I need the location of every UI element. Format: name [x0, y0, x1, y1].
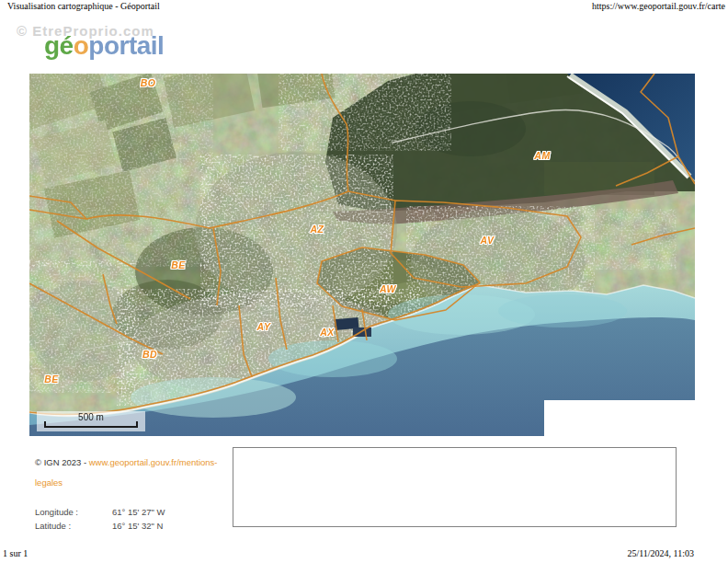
logo-part-geo: gé [44, 31, 74, 60]
map-cutout [544, 400, 695, 436]
aerial-imagery [29, 74, 695, 436]
parcel-label: AZ [311, 224, 324, 235]
parcel-label: BO [141, 77, 156, 88]
aerial-map: BO AM AZ AV BE AW AY AX BD BE 500 m [29, 74, 695, 436]
longitude-row: Longitude : 61° 15' 27" W [35, 505, 165, 519]
legend-box [233, 447, 677, 527]
geoportail-logo: géoportail [44, 31, 164, 61]
print-footer-datetime: 25/11/2024, 11:03 [627, 548, 694, 558]
scale-bar-line [44, 421, 138, 428]
scale-bar: 500 m [37, 411, 145, 431]
longitude-label: Longitude : [35, 505, 112, 519]
parcel-label: BE [171, 259, 186, 270]
longitude-value: 61° 15' 27" W [112, 505, 165, 519]
parcel-label: AV [481, 235, 495, 246]
latitude-label: Latitude : [35, 519, 112, 533]
parcel-label: BD [142, 349, 157, 360]
attribution: © IGN 2023 - www.geoportail.gouv.fr/ment… [35, 453, 223, 493]
coordinates-block: Longitude : 61° 15' 27" W Latitude : 16°… [35, 505, 165, 533]
latitude-row: Latitude : 16° 15' 32" N [35, 519, 165, 533]
print-footer-page-count: 1 sur 1 [3, 548, 28, 558]
logo-part-o: o [74, 31, 89, 60]
parcel-label: AX [320, 327, 335, 338]
parcel-label: AY [257, 321, 271, 332]
latitude-value: 16° 15' 32" N [112, 519, 163, 533]
parcel-label: AW [380, 283, 396, 294]
print-header-url: https://www.geoportail.gouv.fr/carte [592, 1, 725, 11]
ign-copyright: © IGN 2023 - [35, 457, 89, 467]
parcel-label: AM [534, 150, 550, 161]
print-header-title: Visualisation cartographique - Géoportai… [7, 1, 160, 11]
logo-part-portail: portail [88, 31, 164, 60]
parcel-label: BE [44, 373, 59, 385]
